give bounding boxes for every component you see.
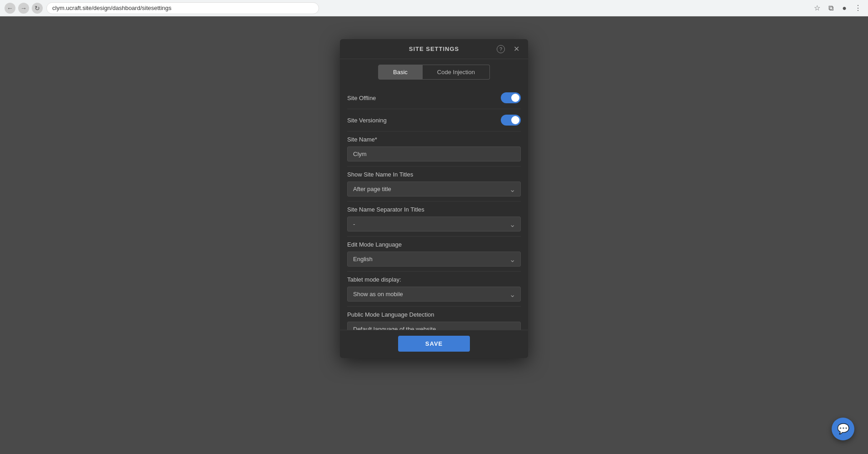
modal-title: SITE SETTINGS [409,45,459,52]
show-site-name-label: Show Site Name In Titles [347,171,521,178]
site-name-separator-label: Site Name Separator In Titles [347,206,521,213]
site-name-group: Site Name* [347,131,521,166]
show-site-name-select-wrapper: After page title Before page title Do no… [347,182,521,197]
address-bar[interactable]: clym.ucraft.site/design/dashboard/sitese… [46,2,319,14]
site-name-separator-group: Site Name Separator In Titles - | · — [347,202,521,237]
tab-basic[interactable]: Basic [378,65,423,80]
browser-actions: ☆ ⧉ ● ⋮ [812,3,863,14]
help-icon: ? [497,45,505,53]
tab-code-injection[interactable]: Code Injection [423,65,490,80]
site-versioning-row: Site Versioning [347,109,521,131]
edit-mode-language-label: Edit Mode Language [347,241,521,248]
browser-nav-controls: ← → ↻ [5,3,43,14]
tablet-mode-display-select[interactable]: Show as on mobile Show as on desktop [347,287,521,302]
public-mode-language-group: Public Mode Language Detection Default l… [347,307,521,330]
modal-header: SITE SETTINGS ? ✕ [340,39,528,59]
chat-icon: 💬 [837,423,849,435]
close-button[interactable]: ✕ [511,44,522,55]
site-versioning-slider [501,115,521,126]
site-offline-row: Site Offline [347,87,521,109]
public-mode-language-select-wrapper: Default language of the website Browser … [347,322,521,330]
site-name-separator-select-wrapper: - | · — [347,217,521,232]
back-button[interactable]: ← [5,3,15,14]
site-name-input[interactable] [347,146,521,161]
help-button[interactable]: ? [495,44,506,55]
chat-widget[interactable]: 💬 [832,418,854,440]
edit-mode-language-select-wrapper: English Spanish French [347,252,521,267]
site-name-label: Site Name* [347,136,521,143]
tablet-mode-display-select-wrapper: Show as on mobile Show as on desktop [347,287,521,302]
menu-icon[interactable]: ⋮ [853,3,863,14]
show-site-name-group: Show Site Name In Titles After page titl… [347,166,521,202]
browser-chrome: ← → ↻ clym.ucraft.site/design/dashboard/… [0,0,868,16]
save-button[interactable]: SAVE [398,336,470,352]
url-text: clym.ucraft.site/design/dashboard/sitese… [52,5,171,11]
show-site-name-select[interactable]: After page title Before page title Do no… [347,182,521,197]
main-area: SITE SETTINGS ? ✕ Basic Code Injection S… [0,16,868,454]
tablet-mode-display-group: Tablet mode display: Show as on mobile S… [347,272,521,307]
profile-icon[interactable]: ● [839,3,850,14]
modal-body: Site Offline Site Versioning Site Name* [340,80,528,330]
site-offline-toggle[interactable] [501,92,521,103]
modal-header-actions: ? ✕ [495,44,522,55]
bookmark-icon[interactable]: ☆ [812,3,823,14]
edit-mode-language-select[interactable]: English Spanish French [347,252,521,267]
site-versioning-label: Site Versioning [347,117,387,124]
edit-mode-language-group: Edit Mode Language English Spanish Frenc… [347,237,521,272]
site-versioning-toggle[interactable] [501,115,521,126]
public-mode-language-select[interactable]: Default language of the website Browser … [347,322,521,330]
site-name-separator-select[interactable]: - | · — [347,217,521,232]
close-icon: ✕ [514,45,519,53]
forward-button[interactable]: → [18,3,29,14]
site-offline-slider [501,92,521,103]
tablet-mode-display-label: Tablet mode display: [347,276,521,283]
tabs-container: Basic Code Injection [340,59,528,80]
site-offline-label: Site Offline [347,95,376,101]
public-mode-language-label: Public Mode Language Detection [347,311,521,318]
extensions-icon[interactable]: ⧉ [825,3,836,14]
modal-footer: SAVE [340,330,528,358]
refresh-button[interactable]: ↻ [32,3,43,14]
site-settings-modal: SITE SETTINGS ? ✕ Basic Code Injection S… [340,39,528,358]
